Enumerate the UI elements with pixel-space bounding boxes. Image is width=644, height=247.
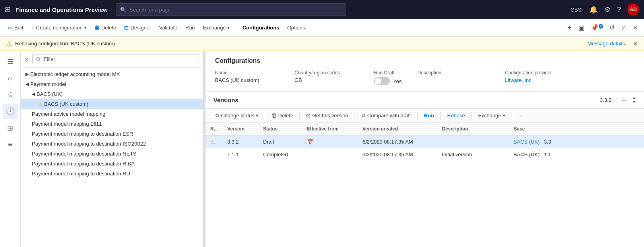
config-description-field: Description xyxy=(417,70,489,85)
tree-item[interactable]: Payment advice model mapping xyxy=(21,109,203,119)
versions-toolbar: ↻ Change status ▾ 🗑 Delete ⊡ Get this ve… xyxy=(206,109,644,123)
tree-item[interactable]: ▶ Electronic ledger accounting model MX xyxy=(21,69,203,79)
tree-panel: ⧖ ▶ Electronic ledger accounting model M… xyxy=(21,51,204,247)
more-options-button[interactable]: ··· xyxy=(515,111,526,120)
ver-separator xyxy=(512,112,512,120)
edit-icon: ✏ xyxy=(8,25,13,31)
list-icon[interactable]: ≡ xyxy=(5,137,16,152)
tree-item[interactable]: Payment model mapping to destination RU xyxy=(21,169,203,179)
ver-separator xyxy=(355,112,355,120)
version-nav-up[interactable]: ▲ xyxy=(632,96,636,100)
right-panel: Configurations Name BACS (UK custom) Cou… xyxy=(206,51,644,247)
change-status-button[interactable]: ↻ Change status ▾ xyxy=(212,111,262,120)
configurations-button[interactable]: Configurations xyxy=(239,23,282,32)
warning-close-icon[interactable]: ✕ xyxy=(633,41,638,47)
search-box[interactable]: 🔍 xyxy=(116,3,346,16)
options-button[interactable]: Options xyxy=(284,23,308,32)
ver-separator xyxy=(471,112,472,120)
filter-icon: ⧖ xyxy=(25,56,29,63)
designer-icon: ⊡ xyxy=(124,25,129,31)
star-icon[interactable]: ☆ xyxy=(4,87,17,102)
provider-link[interactable]: Litware, Inc. xyxy=(505,77,584,85)
badge-icon[interactable]: 📌0 xyxy=(589,22,605,33)
designer-button[interactable]: ⊡ Designer xyxy=(121,23,154,33)
col-base: Base xyxy=(509,123,644,135)
validate-button[interactable]: Validate xyxy=(156,23,180,32)
top-nav-right: GBSI 🔔 ⚙ ? AD xyxy=(570,4,639,16)
toolbar-separator xyxy=(236,23,236,33)
row-version-created: 6/2/2020 08:17:35 AM xyxy=(358,135,437,148)
col-r: R... xyxy=(206,123,223,135)
toolbar-right-icons: ✦ ▣ 📌0 ↺ ⤢ ✕ xyxy=(565,22,639,33)
row-version: 3.3.2 xyxy=(223,135,258,148)
delete-button[interactable]: 🗑 Delete xyxy=(91,23,120,33)
get-this-version-button[interactable]: ⊡ Get this version xyxy=(303,111,351,120)
row-description: Initial version xyxy=(437,148,509,161)
country-value: GB xyxy=(295,77,358,85)
row-warning-cell xyxy=(206,148,223,161)
bookmark-icon[interactable]: ✦ xyxy=(565,22,574,33)
close-icon[interactable]: ✕ xyxy=(631,22,639,33)
change-status-caret: ▾ xyxy=(256,113,258,118)
versions-delete-button[interactable]: 🗑 Delete xyxy=(268,111,297,120)
refresh-icon[interactable]: ↺ xyxy=(608,22,616,33)
tree-item[interactable]: ◀ Payment model xyxy=(21,79,203,89)
versions-run-button[interactable]: Run xyxy=(421,111,437,120)
compare-with-draft-button[interactable]: ↺ Compare with draft xyxy=(358,111,414,120)
recent-icon[interactable]: 🕐 xyxy=(3,104,18,119)
change-status-icon: ↻ xyxy=(215,113,219,119)
base-link[interactable]: BACS (UK) xyxy=(514,139,540,145)
tree-list: ▶ Electronic ledger accounting model MX … xyxy=(21,68,203,247)
tenant-label: GBSI xyxy=(570,7,583,13)
tree-item[interactable]: Payment model mapping 1611 xyxy=(21,119,203,129)
table-row[interactable]: ⚠ 3.3.2 Draft 📅 6/2/2020 08:17:35 AM BAC… xyxy=(206,135,644,148)
run-draft-field: Run Draft Yes xyxy=(374,70,402,85)
filter-input[interactable] xyxy=(32,54,199,64)
versions-exchange-button[interactable]: Exchange ▾ xyxy=(475,111,508,120)
main-toolbar: ✏ Edit + Create configuration ▾ 🗑 Delete… xyxy=(0,19,644,37)
run-draft-toggle-row: Yes xyxy=(374,77,402,85)
name-label: Name xyxy=(215,70,279,76)
table-row[interactable]: 1.1.1 Completed 6/2/2020 08:17:35 AM Ini… xyxy=(206,148,644,161)
grid-icon[interactable]: ⊞ xyxy=(4,121,16,136)
rebase-button[interactable]: Rebase xyxy=(444,111,468,120)
run-button[interactable]: Run xyxy=(182,23,198,32)
user-avatar[interactable]: AD xyxy=(627,4,639,16)
main-content: ☰ ⌂ ☆ 🕐 ⊞ ≡ ⧖ ▶ Electronic ledger accoun… xyxy=(0,51,644,247)
ver-separator xyxy=(299,112,300,120)
tree-expand-icon[interactable]: ◀ xyxy=(32,91,35,97)
menu-icon[interactable]: ☰ xyxy=(4,54,17,69)
versions-title: Versions xyxy=(213,97,600,103)
settings-icon[interactable]: ⚙ xyxy=(604,5,611,14)
versions-section: Versions 3.3.2 | -- ▲ ▼ ↻ Change status … xyxy=(206,92,644,247)
exchange-button[interactable]: Exchange ▾ xyxy=(200,23,233,32)
col-description: Description xyxy=(437,123,509,135)
tree-item[interactable]: Payment model mapping to destination ISO… xyxy=(21,139,203,149)
tree-item[interactable]: Payment model mapping to destination NET… xyxy=(21,149,203,159)
tree-item[interactable]: ◀ BACS (UK) xyxy=(21,89,203,99)
notification-icon[interactable]: 🔔 xyxy=(589,5,598,14)
tree-item-selected[interactable]: ⚠ BACS (UK custom) xyxy=(21,99,203,109)
config-country-field: Country/region codes GB xyxy=(295,70,358,85)
home-icon[interactable]: ⌂ xyxy=(5,71,16,86)
app-grid-icon[interactable]: ⊞ xyxy=(5,5,11,14)
version-nav-down[interactable]: ▼ xyxy=(632,100,636,104)
create-config-button[interactable]: + Create configuration ▾ xyxy=(28,23,89,33)
message-details-link[interactable]: Message details xyxy=(588,41,625,47)
edit-button[interactable]: ✏ Edit xyxy=(5,23,26,33)
tree-expand-icon[interactable]: ▶ xyxy=(25,72,29,77)
panel-icon[interactable]: ▣ xyxy=(577,22,586,33)
run-draft-toggle[interactable] xyxy=(374,77,390,85)
plus-icon: + xyxy=(31,25,34,31)
tree-expand-icon[interactable]: ◀ xyxy=(25,82,29,87)
tree-item[interactable]: Payment model mapping to destination ESR xyxy=(21,129,203,139)
calendar-icon[interactable]: 📅 xyxy=(307,139,313,145)
description-label: Description xyxy=(417,70,489,76)
tree-item[interactable]: Payment model mapping to destination RIB… xyxy=(21,159,203,169)
base-value: BACS (UK) xyxy=(514,152,540,158)
search-input[interactable] xyxy=(130,7,342,13)
description-value xyxy=(417,77,489,79)
expand-icon[interactable]: ⤢ xyxy=(619,22,628,33)
help-icon[interactable]: ? xyxy=(617,6,621,14)
row-effective-from: 📅 xyxy=(302,135,358,148)
